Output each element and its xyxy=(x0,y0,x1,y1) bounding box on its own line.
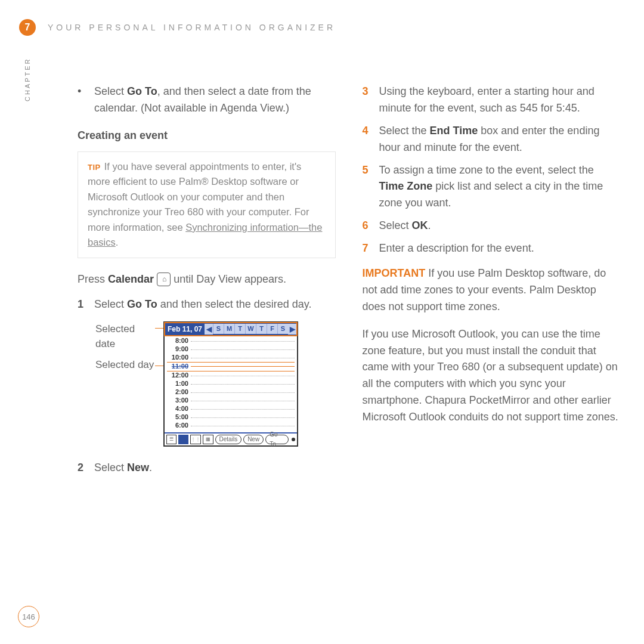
screenshot-body: 8:00 9:00 10:00 11:00 12:00 1:00 2:00 3:… xyxy=(165,336,297,431)
text: Enter a description for the event. xyxy=(379,240,534,257)
bold-goto: Go To xyxy=(127,298,157,310)
text: Select the xyxy=(379,125,430,137)
next-arrow-icon[interactable]: ▶ xyxy=(288,324,296,335)
step-1: 1 Select Go To and then select the desir… xyxy=(78,296,336,313)
step-5: 5 To assign a time zone to the event, se… xyxy=(363,162,621,212)
text: and then select the desired day. xyxy=(157,298,312,310)
callout-selected-date: Selected date xyxy=(95,321,155,352)
time-slot[interactable] xyxy=(191,408,295,410)
left-column: • Select Go To, and then select a date f… xyxy=(78,83,336,482)
time-slot[interactable] xyxy=(191,425,295,426)
screenshot-header: Feb 11, 07 ◀ S M T W T F S ▶ xyxy=(165,323,297,336)
screenshot-date[interactable]: Feb 11, 07 xyxy=(165,324,205,335)
goto-button[interactable]: Go To xyxy=(265,435,289,444)
step-number: 5 xyxy=(363,162,371,212)
step-number: 7 xyxy=(363,240,371,257)
text: Using the keyboard, enter a starting hou… xyxy=(379,83,621,117)
chapter-label-vertical: CHAPTER xyxy=(24,57,31,101)
day-cell[interactable]: T xyxy=(234,324,245,334)
time-slot[interactable] xyxy=(191,357,295,358)
text: Select xyxy=(94,298,127,310)
day-picker[interactable]: S M T W T F S xyxy=(213,324,288,334)
page-number: 146 xyxy=(18,606,39,627)
time-slot[interactable] xyxy=(191,417,295,418)
step-number: 1 xyxy=(78,296,86,313)
text: . xyxy=(428,219,431,231)
tip-box: TIPIf you have several appointments to e… xyxy=(78,151,336,258)
header-title: YOUR PERSONAL INFORMATION ORGANIZER xyxy=(48,23,336,32)
calendar-button-icon: ⌂ xyxy=(157,273,171,286)
time-label: 6:00 xyxy=(167,420,191,431)
text: Press xyxy=(78,273,108,285)
time-slot[interactable] xyxy=(191,375,295,376)
device-screenshot: Feb 11, 07 ◀ S M T W T F S ▶ 8:00 9: xyxy=(163,321,298,447)
bold-endtime: End Time xyxy=(430,125,478,137)
callout-selected-day: Selected day xyxy=(95,357,154,373)
step-number: 3 xyxy=(363,83,371,117)
day-cell[interactable]: M xyxy=(224,324,234,334)
bold-goto: Go To xyxy=(127,85,157,97)
text: . xyxy=(149,462,152,473)
text: To assign a time zone to the event, sele… xyxy=(379,164,594,176)
step-4: 4 Select the End Time box and enter the … xyxy=(363,123,621,156)
day-cell[interactable]: F xyxy=(267,324,277,334)
step-2: 2 Select New. xyxy=(78,460,336,476)
time-slot[interactable] xyxy=(191,400,295,401)
dot-icon xyxy=(292,438,295,441)
prev-arrow-icon[interactable]: ◀ xyxy=(205,324,213,335)
right-column: 3 Using the keyboard, enter a starting h… xyxy=(363,83,621,482)
text: until Day View appears. xyxy=(174,273,286,285)
day-cell[interactable]: S xyxy=(213,324,224,334)
bold-new: New xyxy=(127,462,149,473)
day-cell[interactable]: S xyxy=(277,324,288,334)
important-label: IMPORTANT xyxy=(363,267,426,279)
screenshot-block: Selected date Selected day Feb 11, 07 ◀ … xyxy=(95,321,336,447)
time-slot[interactable] xyxy=(191,366,295,367)
view-icon-3[interactable]: ⋮⋮ xyxy=(190,435,201,444)
time-slot[interactable] xyxy=(191,392,295,393)
bold-calendar: Calendar xyxy=(108,273,154,285)
new-button[interactable]: New xyxy=(243,435,264,444)
step-3: 3 Using the keyboard, enter a starting h… xyxy=(363,83,621,117)
view-icon-1[interactable]: ☰ xyxy=(166,435,177,444)
bold-ok: OK xyxy=(412,219,428,231)
screenshot-footer: ☰ ⋮⋮ ▦ Details New Go To xyxy=(165,434,297,445)
step-7: 7 Enter a description for the event. xyxy=(363,240,621,257)
view-icon-4[interactable]: ▦ xyxy=(203,435,213,444)
day-cell[interactable]: T xyxy=(256,324,267,334)
section-heading: Creating an event xyxy=(78,128,336,144)
tip-period: . xyxy=(116,237,119,247)
bullet-marker: • xyxy=(78,83,86,117)
bold-timezone: Time Zone xyxy=(379,180,433,192)
step-number: 4 xyxy=(363,123,371,156)
time-slot[interactable] xyxy=(191,340,295,342)
text: Select xyxy=(94,462,127,473)
tip-label: TIP xyxy=(88,163,101,172)
step-6: 6 Select OK. xyxy=(363,218,621,234)
step-number: 6 xyxy=(363,218,371,234)
details-button[interactable]: Details xyxy=(215,435,242,444)
time-slot[interactable] xyxy=(191,349,295,350)
bullet-item: • Select Go To, and then select a date f… xyxy=(78,83,336,117)
paragraph: If you use Microsoft Outlook, you can us… xyxy=(363,326,621,426)
chapter-number-badge: 7 xyxy=(19,19,36,36)
page-body: • Select Go To, and then select a date f… xyxy=(78,83,620,482)
text: Select xyxy=(379,219,412,231)
page-header: 7 YOUR PERSONAL INFORMATION ORGANIZER xyxy=(19,19,625,36)
time-slot[interactable] xyxy=(191,383,295,385)
text: Select xyxy=(94,85,127,97)
day-cell[interactable]: W xyxy=(245,324,256,334)
step-number: 2 xyxy=(78,460,86,476)
view-icon-2[interactable] xyxy=(178,435,188,444)
